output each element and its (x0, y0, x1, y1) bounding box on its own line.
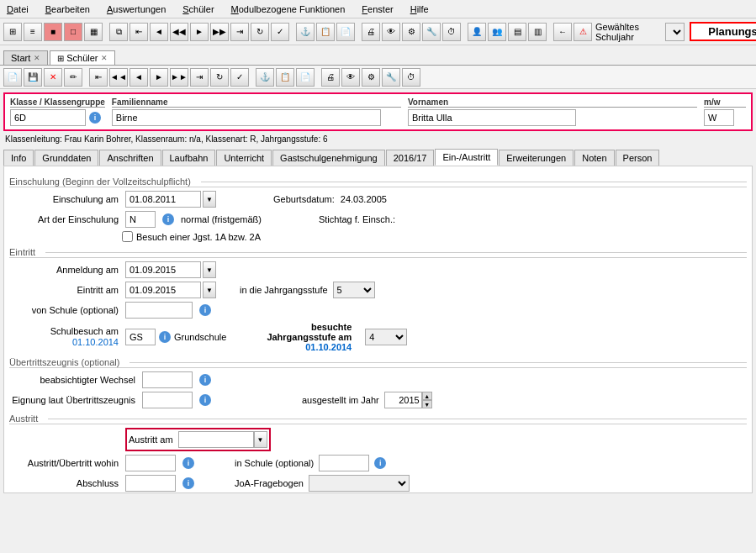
tab-start[interactable]: Start ✕ (3, 50, 48, 65)
klasse-info-icon[interactable]: i (89, 112, 101, 124)
tb2-nextp[interactable]: ►► (170, 68, 188, 87)
toolbar-prev-btn[interactable]: ◄ (150, 23, 168, 41)
tb2-prnt[interactable]: 🖨 (321, 68, 340, 87)
toolbar-prevpage-btn[interactable]: ◀◀ (170, 23, 188, 41)
toolbar-grid-btn[interactable]: ⊞ (3, 23, 22, 41)
einschulung-am-input[interactable] (125, 191, 201, 208)
ausgestellt-input[interactable] (384, 392, 422, 408)
joa-select[interactable] (309, 475, 410, 492)
inner-tab-noten[interactable]: Noten (574, 150, 614, 166)
tb2-last[interactable]: ⇥ (190, 68, 209, 87)
inner-tab-2016[interactable]: 2016/17 (386, 150, 435, 166)
toolbar-eye-btn[interactable]: 👁 (382, 23, 400, 41)
anmeldung-input[interactable] (125, 261, 201, 278)
tb2-paste1[interactable]: ⚓ (256, 68, 274, 87)
besuch-checkbox[interactable] (122, 231, 133, 242)
anmeldung-dd[interactable]: ▼ (203, 261, 216, 278)
toolbar-grp-btn[interactable]: 👥 (488, 23, 506, 41)
von-schule-input[interactable] (125, 302, 193, 319)
tb2-save[interactable]: 💾 (24, 68, 42, 87)
toolbar-copy-btn[interactable]: ⧉ (109, 23, 128, 41)
tab-start-close[interactable]: ✕ (34, 54, 40, 62)
austritt-wohin-input[interactable] (125, 455, 176, 471)
toolbar-tool2-btn[interactable]: 🔧 (422, 23, 441, 41)
toolbar-clip2-btn[interactable]: 📄 (336, 23, 355, 41)
besuchte-select[interactable]: 4 (365, 329, 407, 345)
toolbar-tool1-btn[interactable]: ⚙ (402, 23, 420, 41)
mw-input[interactable] (704, 109, 734, 126)
tb2-del[interactable]: ✕ (44, 68, 62, 87)
schuljahr-select[interactable] (665, 23, 685, 41)
familie-input[interactable] (112, 109, 381, 126)
tb2-first[interactable]: ⇤ (89, 68, 108, 87)
toolbar-time-btn[interactable]: ⏱ (442, 23, 461, 41)
toolbar-red2-btn[interactable]: □ (64, 23, 82, 41)
toolbar-end-btn[interactable]: ⇥ (230, 23, 249, 41)
in-schule-info[interactable]: i (374, 457, 386, 469)
tb2-prevp[interactable]: ◄◄ (109, 68, 128, 87)
toolbar-btn5[interactable]: ▦ (84, 23, 103, 41)
toolbar-link-btn[interactable]: ⚓ (296, 23, 315, 41)
eignung-info[interactable]: i (199, 394, 211, 406)
vorname-input[interactable] (408, 109, 576, 126)
eintritt-am-dd[interactable]: ▼ (203, 282, 216, 298)
tb2-t1[interactable]: ⚙ (362, 68, 380, 87)
toolbar-nextpage-btn[interactable]: ▶▶ (210, 23, 229, 41)
austritt-am-input[interactable] (178, 431, 254, 448)
toolbar-arrow-btn[interactable]: ← (553, 23, 572, 41)
toolbar-sq2-btn[interactable]: ▥ (528, 23, 547, 41)
inner-tab-gastschule[interactable]: Gastschulgenehmigung (272, 150, 385, 166)
tb2-prev[interactable]: ◄ (130, 68, 148, 87)
toolbar-list-btn[interactable]: ≡ (24, 23, 42, 41)
inner-tab-anschriften[interactable]: Anschriften (99, 150, 161, 166)
menu-bearbeiten[interactable]: Bearbeiten (42, 3, 93, 16)
abschluss-input[interactable] (125, 475, 176, 492)
inner-tab-laufbahn[interactable]: Laufbahn (162, 150, 216, 166)
menu-auswertungen[interactable]: Auswertungen (103, 3, 169, 16)
toolbar-clip1-btn[interactable]: 📋 (316, 23, 335, 41)
inner-tab-person[interactable]: Person (616, 150, 660, 166)
tb2-paste3[interactable]: 📄 (296, 68, 315, 87)
toolbar-print-btn[interactable]: 🖨 (362, 23, 380, 41)
tb2-t2[interactable]: 🔧 (382, 68, 400, 87)
tb2-next2[interactable]: ► (150, 68, 168, 87)
tab-schueler[interactable]: ⊞ Schüler ✕ (50, 50, 114, 65)
art-info-icon[interactable]: i (162, 213, 174, 225)
toolbar-usr-btn[interactable]: 👤 (468, 23, 486, 41)
austritt-wohin-info[interactable]: i (182, 457, 194, 469)
jahrgangsstufe-select[interactable]: 5 (333, 282, 375, 298)
in-schule-input[interactable] (319, 455, 369, 471)
art-input[interactable] (125, 211, 156, 228)
schulbesuch-info[interactable]: i (159, 331, 171, 343)
klasse-input[interactable] (10, 109, 86, 126)
tb2-paste2[interactable]: 📋 (276, 68, 294, 87)
menu-hilfe[interactable]: Hilfe (407, 3, 432, 16)
toolbar-warn-btn[interactable]: ⚠ (574, 23, 592, 41)
toolbar-sq1-btn[interactable]: ▤ (508, 23, 526, 41)
von-schule-info[interactable]: i (199, 304, 211, 316)
tb2-eyeview[interactable]: 👁 (341, 68, 360, 87)
ausgestellt-down[interactable]: ▼ (422, 400, 432, 408)
beabsichtigter-info[interactable]: i (199, 374, 211, 386)
ausgestellt-up[interactable]: ▲ (422, 392, 432, 400)
menu-modulbezogene[interactable]: Modulbezogene Funktionen (228, 3, 349, 16)
inner-tab-erweiterungen[interactable]: Erweiterungen (499, 150, 574, 166)
toolbar-red1-btn[interactable]: ■ (44, 23, 62, 41)
inner-tab-einaustritt[interactable]: Ein-/Austritt (435, 149, 498, 166)
eignung-input[interactable] (142, 392, 193, 408)
menu-schueler[interactable]: Schüler (179, 3, 217, 16)
toolbar-refresh-btn[interactable]: ↻ (251, 23, 269, 41)
toolbar-check-btn[interactable]: ✓ (271, 23, 289, 41)
schulbesuch-code[interactable] (125, 329, 156, 345)
austritt-am-dd[interactable]: ▼ (254, 431, 267, 448)
tb2-new[interactable]: 📄 (3, 68, 22, 87)
toolbar-arr-btn[interactable]: ⇤ (130, 23, 148, 41)
inner-tab-info[interactable]: Info (3, 150, 34, 166)
toolbar-next-btn[interactable]: ► (190, 23, 209, 41)
inner-tab-grunddaten[interactable]: Grunddaten (34, 150, 98, 166)
beabsichtigter-input[interactable] (142, 371, 193, 388)
abschluss-info[interactable]: i (182, 477, 194, 489)
eintritt-am-input[interactable] (125, 282, 201, 298)
menu-datei[interactable]: Datei (3, 3, 32, 16)
tb2-edit[interactable]: ✏ (64, 68, 82, 87)
